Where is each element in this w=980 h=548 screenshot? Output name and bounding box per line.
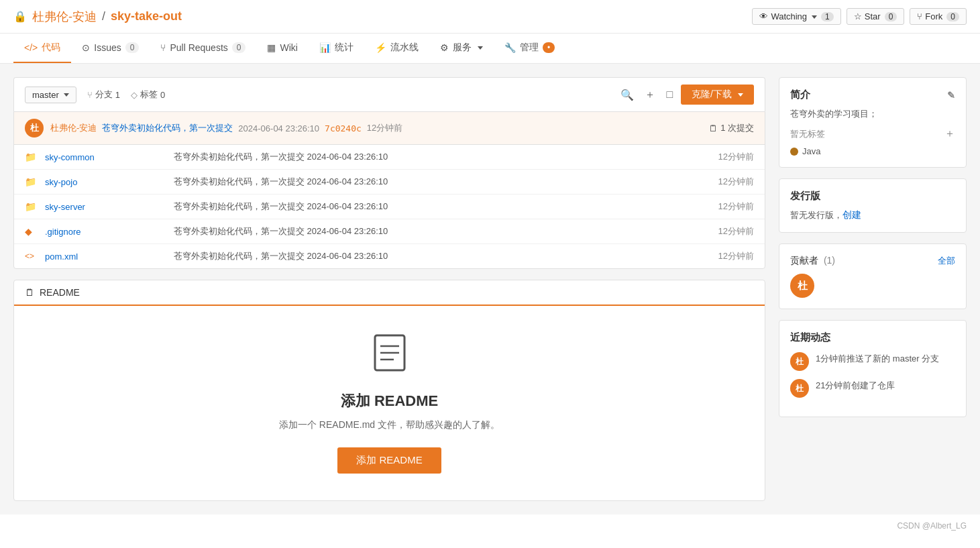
file-link[interactable]: sky-server [45,202,85,212]
watching-dropdown-icon [810,11,817,21]
lang-label: Java [802,146,820,156]
branch-left: master ⑂ 分支 1 ◇ 标签 0 [25,87,165,103]
clone-button[interactable]: 克隆/下载 [681,85,754,105]
no-tag-label: 暂无标签 [790,128,825,140]
tab-stats[interactable]: 📊 统计 [309,34,364,63]
fork-label: Fork [925,11,942,21]
add-file-button[interactable]: ＋ [642,85,658,105]
repo-owner[interactable]: 杜弗伦-安迪 [32,9,97,25]
tab-issues[interactable]: ⊙ Issues 0 [71,34,150,63]
file-time-cell: 12分钟前 [700,225,754,237]
folder-icon: 📁 [25,201,37,212]
folder-icon: 📁 [25,152,37,162]
create-release-link[interactable]: 创建 [842,209,861,220]
table-row: ◆ .gitignore 苍穹外卖初始化代码，第一次提交 2024-06-04 … [14,219,765,244]
contributors-card: 贡献者 (1) 全部 杜 [779,243,967,309]
clone-label: 克隆/下载 [692,89,732,101]
file-link[interactable]: pom.xml [45,252,78,262]
intro-title: 简介 ✎ [790,89,955,101]
tags-count: 0 [160,90,165,100]
tab-wiki-label: Wiki [280,42,297,53]
watching-button[interactable]: 👁 Watching 1 [752,8,840,25]
tab-code[interactable]: </> 代码 [13,34,71,63]
add-tag-icon[interactable]: ＋ [944,127,955,141]
code-icon: </> [24,42,38,53]
readme-header: 🗒 README [14,280,765,306]
branch-selector[interactable]: master [25,87,76,103]
activity-item: 杜 21分钟前创建了仓库 [790,379,955,398]
tab-admin-label: 管理 [520,42,539,54]
file-name-cell: sky-common [45,152,166,162]
commit-info: 杜弗伦-安迪 苍穹外卖初始化代码，第一次提交 2024-06-04 23:26:… [50,122,702,134]
edit-intro-icon[interactable]: ✎ [947,90,955,101]
release-text: 暂无发行版， [790,210,842,220]
contributor-avatar[interactable]: 杜 [790,274,814,298]
file-commit-cell: 苍穹外卖初始化代码，第一次提交 2024-06-04 23:26:10 [174,225,692,237]
lang-color-dot [790,148,798,156]
contributors-all-link[interactable]: 全部 [938,255,955,267]
commit-author[interactable]: 杜弗伦-安迪 [50,122,97,134]
issues-icon: ⊙ [82,42,90,53]
star-button[interactable]: ☆ Star 0 [847,8,905,25]
file-name-cell: sky-pojo [45,176,166,187]
file-link[interactable]: sky-common [45,152,95,162]
language-row: Java [790,146,955,156]
readme-doc-icon: 🗒 [25,287,34,298]
readme-section-label: README [40,287,80,298]
tag-count[interactable]: ◇ 标签 0 [131,89,165,101]
file-link[interactable]: .gitignore [45,227,80,237]
footer-credit: CSDN @Albert_LG [0,514,980,537]
file-name-cell: .gitignore [45,226,166,237]
pulls-badge: 0 [232,42,246,53]
tab-pulls[interactable]: ⑂ Pull Requests 0 [150,34,256,63]
repo-actions: 👁 Watching 1 ☆ Star 0 ⑂ Fork 0 [752,8,967,25]
tab-pipeline[interactable]: ⚡ 流水线 [364,34,429,63]
intro-title-label: 简介 [790,89,810,101]
commit-count-label: 1 次提交 [720,122,754,134]
commit-hash[interactable]: 7c0240c [325,123,362,133]
repo-separator: / [102,9,105,23]
tab-services-label: 服务 [453,42,472,54]
fork-button[interactable]: ⑂ Fork 0 [910,8,967,25]
issues-badge: 0 [125,42,140,53]
commit-count[interactable]: 🗒 1 次提交 [709,122,754,134]
tag-icon: ◇ [131,90,138,100]
branch-icon: ⑂ [87,90,93,100]
file-time-cell: 12分钟前 [700,151,754,163]
commit-date: 2024-06-04 23:26:10 [238,123,319,133]
tags-label: 标签 [140,89,158,101]
tab-admin[interactable]: 🔧 管理 • [494,34,565,63]
tab-services[interactable]: ⚙ 服务 [429,34,494,63]
commit-list-icon: 🗒 [709,123,718,133]
pipeline-icon: ⚡ [375,42,386,53]
search-button[interactable]: 🔍 [618,86,637,104]
commit-message[interactable]: 苍穹外卖初始化代码，第一次提交 [102,122,233,134]
content-right: 简介 ✎ 苍穹外卖的学习项目； 暂无标签 ＋ Java 发行版 暂无发行版，创建 [779,77,967,501]
branches-label: 分支 [95,89,113,101]
fork-count: 0 [946,12,959,21]
file-name-cell: sky-server [45,201,166,212]
branch-count[interactable]: ⑂ 分支 1 [87,89,120,101]
tab-wiki[interactable]: ▦ Wiki [256,34,308,63]
table-row: 📁 sky-pojo 苍穹外卖初始化代码，第一次提交 2024-06-04 23… [14,170,765,195]
admin-icon: 🔧 [504,42,516,53]
file-commit-cell: 苍穹外卖初始化代码，第一次提交 2024-06-04 23:26:10 [174,250,692,262]
star-label: Star [865,11,881,21]
repo-name[interactable]: sky-take-out [111,9,182,23]
readme-desc: 添加一个 README.md 文件，帮助感兴趣的人了解。 [28,419,751,431]
file-link[interactable]: sky-pojo [45,177,77,187]
content-left: master ⑂ 分支 1 ◇ 标签 0 🔍 [13,77,765,501]
activity-item: 杜 1分钟前推送了新的 master 分支 [790,352,955,371]
pr-icon: ⑂ [160,42,166,53]
add-readme-button[interactable]: 添加 README [337,447,441,474]
edit-button[interactable]: □ [663,86,675,103]
table-row: 📁 sky-common 苍穹外卖初始化代码，第一次提交 2024-06-04 … [14,145,765,170]
branch-actions: 🔍 ＋ □ 克隆/下载 [618,85,754,105]
folder-icon: 📁 [25,176,37,187]
star-icon: ☆ [854,11,862,21]
intro-description: 苍穹外卖的学习项目； [790,108,955,120]
star-count: 0 [885,12,897,21]
file-name-cell: pom.xml [45,251,166,262]
activity-text: 21分钟前创建了仓库 [816,379,895,392]
contributors-title: 贡献者 (1) [790,255,835,267]
